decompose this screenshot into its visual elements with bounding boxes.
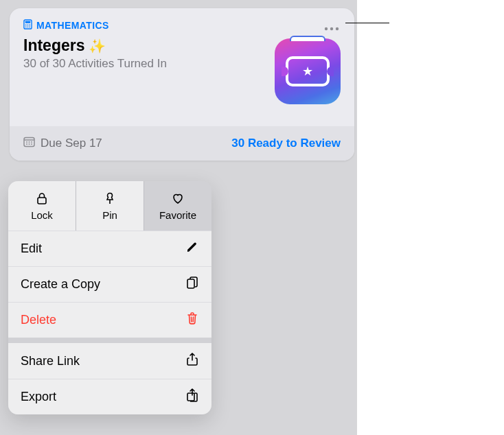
svg-point-4 bbox=[29, 25, 30, 26]
svg-point-2 bbox=[25, 25, 27, 26]
calendar-icon bbox=[23, 136, 35, 151]
export-label: Export bbox=[21, 390, 56, 404]
favorite-label: Favorite bbox=[159, 209, 196, 221]
due-label: Due Sep 17 bbox=[41, 137, 102, 150]
edit-label: Edit bbox=[21, 242, 42, 256]
ticket-icon: ★ bbox=[286, 56, 330, 86]
svg-point-10 bbox=[336, 27, 339, 30]
svg-point-7 bbox=[29, 26, 30, 27]
svg-point-6 bbox=[27, 26, 29, 27]
svg-point-14 bbox=[29, 141, 30, 143]
sparkles-icon: ✨ bbox=[89, 39, 106, 53]
delete-item[interactable]: Delete bbox=[8, 302, 211, 338]
ellipsis-icon bbox=[324, 21, 339, 34]
svg-rect-1 bbox=[25, 21, 30, 23]
svg-rect-24 bbox=[187, 393, 194, 401]
trash-icon bbox=[185, 311, 199, 329]
ready-to-review-link[interactable]: 30 Ready to Review bbox=[231, 137, 341, 150]
svg-rect-19 bbox=[38, 198, 46, 204]
callout-line bbox=[345, 23, 389, 23]
svg-point-5 bbox=[25, 26, 27, 27]
share-label: Share Link bbox=[21, 354, 80, 368]
menu-separator bbox=[8, 338, 211, 343]
context-menu: Lock Pin Favorite bbox=[8, 181, 211, 414]
share-icon bbox=[185, 352, 199, 371]
svg-point-8 bbox=[325, 27, 328, 30]
subject-label: MATHEMATICS bbox=[36, 20, 109, 31]
svg-point-17 bbox=[29, 143, 30, 145]
copy-icon bbox=[185, 275, 199, 294]
favorite-button[interactable]: Favorite bbox=[144, 181, 211, 231]
svg-point-16 bbox=[26, 143, 27, 145]
svg-point-3 bbox=[27, 25, 29, 26]
star-icon: ★ bbox=[302, 64, 313, 79]
svg-point-13 bbox=[26, 141, 27, 143]
share-link-item[interactable]: Share Link bbox=[8, 343, 211, 379]
lock-button[interactable]: Lock bbox=[8, 181, 76, 231]
lock-icon bbox=[35, 191, 49, 207]
export-item[interactable]: Export bbox=[8, 379, 211, 414]
pin-icon bbox=[103, 191, 117, 207]
heart-icon bbox=[171, 191, 185, 207]
pencil-icon bbox=[185, 239, 199, 258]
assignment-title: Integers bbox=[23, 36, 84, 55]
svg-point-18 bbox=[31, 143, 32, 145]
export-icon bbox=[185, 388, 199, 406]
svg-point-9 bbox=[330, 27, 333, 30]
activity-app-icon: ★ bbox=[275, 38, 341, 104]
svg-rect-21 bbox=[187, 279, 194, 288]
delete-label: Delete bbox=[21, 313, 56, 327]
due-date: Due Sep 17 bbox=[23, 136, 102, 151]
card-footer: Due Sep 17 30 Ready to Review bbox=[10, 126, 354, 161]
create-copy-item[interactable]: Create a Copy bbox=[8, 266, 211, 302]
edit-item[interactable]: Edit bbox=[8, 231, 211, 266]
lock-label: Lock bbox=[31, 209, 53, 221]
more-button[interactable] bbox=[321, 21, 342, 34]
calculator-icon bbox=[23, 19, 32, 32]
copy-label: Create a Copy bbox=[21, 277, 100, 292]
assignment-card[interactable]: MATHEMATICS Integers ✨ 30 of 30 Activiti… bbox=[10, 8, 354, 161]
pin-label: Pin bbox=[102, 209, 117, 221]
subject-row: MATHEMATICS bbox=[23, 19, 341, 32]
svg-point-15 bbox=[31, 141, 32, 143]
pin-button[interactable]: Pin bbox=[76, 181, 144, 231]
